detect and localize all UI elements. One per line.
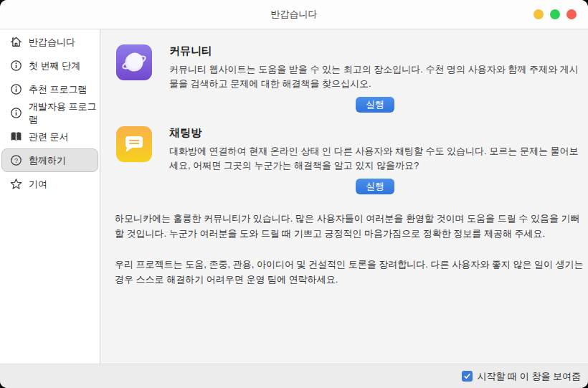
paragraph-community-welcome: 하모니카에는 훌륭한 커뮤니티가 있습니다. 많은 사용자들이 여러분을 환영할… xyxy=(115,211,584,241)
sidebar-item-get-involved[interactable]: ? 함께하기 xyxy=(1,148,98,172)
chat-app-icon xyxy=(116,126,152,162)
sidebar: 반갑습니다 첫 번째 단계 추천 프로그램 xyxy=(0,29,100,364)
star-icon xyxy=(10,178,22,190)
close-button[interactable] xyxy=(566,9,577,19)
help-icon: ? xyxy=(10,154,22,166)
checkmark-icon xyxy=(463,372,471,380)
chat-run-button[interactable]: 실행 xyxy=(356,179,394,194)
show-on-startup-checkbox[interactable] xyxy=(462,371,473,382)
book-icon xyxy=(10,131,22,143)
svg-text:?: ? xyxy=(14,157,18,164)
sidebar-item-developer-apps[interactable]: 개발자용 프로그램 xyxy=(0,101,100,125)
paragraph-project-conduct: 우리 프로젝트는 도움, 존중, 관용, 아이디어 및 건설적인 토론을 장려합… xyxy=(115,257,584,287)
community-app-icon xyxy=(116,44,152,80)
show-on-startup-label[interactable]: 시작할 때 이 창을 보여줌 xyxy=(478,370,581,383)
sidebar-item-first-steps[interactable]: 첫 번째 단계 xyxy=(0,54,100,77)
info-icon xyxy=(10,107,22,119)
info-icon xyxy=(10,60,22,72)
chat-description: 대화방에 연결하여 현재 온라인 상태 인 다른 사용자와 채팅할 수도 있습니… xyxy=(169,144,581,173)
sidebar-item-label: 첫 번째 단계 xyxy=(29,60,80,72)
community-info-text: 하모니카에는 훌륭한 커뮤니티가 있습니다. 많은 사용자들이 여러분을 환영할… xyxy=(115,211,584,287)
minimize-button[interactable] xyxy=(534,9,544,19)
community-title: 커뮤니티 xyxy=(169,44,581,58)
window-title: 반갑습니다 xyxy=(271,8,318,21)
sidebar-item-label: 개발자용 프로그램 xyxy=(29,100,99,126)
sidebar-item-label: 반갑습니다 xyxy=(29,36,75,49)
chat-section: 채팅방 대화방에 연결하여 현재 온라인 상태 인 다른 사용자와 채팅할 수도… xyxy=(116,126,581,194)
community-run-button[interactable]: 실행 xyxy=(356,97,394,113)
info-icon xyxy=(10,83,22,95)
sidebar-item-label: 관련 문서 xyxy=(29,131,69,143)
window-controls xyxy=(534,0,577,29)
sidebar-item-documentation[interactable]: 관련 문서 xyxy=(0,125,100,148)
maximize-button[interactable] xyxy=(550,9,560,19)
footer-bar: 시작할 때 이 창을 보여줌 xyxy=(0,364,588,388)
sidebar-item-label: 함께하기 xyxy=(29,154,66,167)
sidebar-item-label: 추천 프로그램 xyxy=(29,83,87,96)
chat-title: 채팅방 xyxy=(169,126,581,140)
titlebar[interactable]: 반갑습니다 xyxy=(0,0,588,29)
main-content: 커뮤니티 커뮤니티 웹사이트는 도움을 받을 수 있는 최고의 장소입니다. 수… xyxy=(100,29,588,364)
sidebar-item-label: 기여 xyxy=(29,178,47,191)
welcome-window: 반갑습니다 반갑습니다 첫 번째 단계 xyxy=(0,0,588,388)
home-icon xyxy=(10,36,22,48)
sidebar-item-contribute[interactable]: 기여 xyxy=(0,172,100,196)
community-section: 커뮤니티 커뮤니티 웹사이트는 도움을 받을 수 있는 최고의 장소입니다. 수… xyxy=(116,44,581,113)
sidebar-item-welcome[interactable]: 반갑습니다 xyxy=(0,30,100,54)
sidebar-item-recommended-apps[interactable]: 추천 프로그램 xyxy=(0,77,100,101)
community-description: 커뮤니티 웹사이트는 도움을 받을 수 있는 최고의 장소입니다. 수천 명의 … xyxy=(169,62,581,91)
